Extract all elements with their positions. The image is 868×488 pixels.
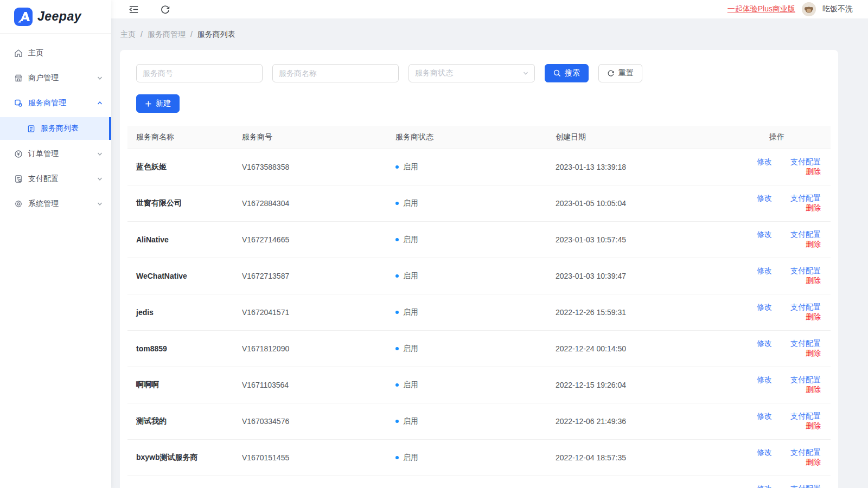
status-label: 启用 [403,162,418,171]
pay-config-link[interactable]: 支付配置 [790,448,821,457]
sidebar-item-label: 服务商管理 [28,98,66,108]
menu-fold-icon[interactable] [124,0,143,18]
created-date-cell: 2022-12-03 20:48:16 [547,476,723,488]
search-icon [553,69,561,77]
plus-version-link[interactable]: 一起体验Plus商业版 [727,4,795,14]
isv-no-input[interactable] [136,64,263,82]
actions-cell: 修改 支付配置 删除 [723,185,831,222]
home-icon [14,49,23,57]
main-area: 一起体验Plus商业版 吃饭不洗 主页 / 服务商管理 / 服务商列表 [111,0,868,488]
table-row: 世窗有限公司 V1672884304 启用 2023-01-05 10:05:0… [127,185,831,222]
isv-no-cell: V1672713587 [233,258,387,294]
sidebar-item-label: 支付配置 [28,174,59,184]
isv-name-cell: AliNative [127,222,233,258]
avatar[interactable] [802,2,816,16]
table-row: 蓝色妖姬 V1673588358 启用 2023-01-13 13:39:18 … [127,149,831,185]
pay-config-link[interactable]: 支付配置 [790,157,821,166]
sidebar-item-home[interactable]: 主页 [0,42,111,64]
delete-link[interactable]: 删除 [806,421,821,430]
reset-button[interactable]: 重置 [598,64,642,82]
delete-link[interactable]: 删除 [806,240,821,248]
edit-link[interactable]: 修改 [757,412,772,420]
pay-config-link[interactable]: 支付配置 [790,484,821,488]
logo: Jeepay [0,0,111,34]
status-label: 启用 [403,235,418,243]
sidebar-item-merchant-mgmt[interactable]: 商户管理 [0,67,111,89]
isv-name-cell: 蓝色妖姬 [127,149,233,185]
table-row: WeChatNative V1672713587 启用 2023-01-03 1… [127,258,831,294]
edit-link[interactable]: 修改 [757,303,772,311]
edit-link[interactable]: 修改 [757,230,772,239]
edit-link[interactable]: 修改 [757,339,772,348]
sidebar-item-order-mgmt[interactable]: 订单管理 [0,143,111,165]
delete-link[interactable]: 删除 [806,312,821,321]
select-placeholder: 服务商状态 [415,68,453,78]
chevron-down-icon [97,201,103,207]
actions-cell: 修改 支付配置 删除 [723,476,831,488]
chevron-down-icon [97,151,103,157]
sidebar-item-label: 系统管理 [28,199,59,209]
breadcrumb-home[interactable]: 主页 [120,30,136,40]
table-body: 蓝色妖姬 V1673588358 启用 2023-01-13 13:39:18 … [127,149,831,488]
pay-config-link[interactable]: 支付配置 [790,339,821,348]
pay-config-link[interactable]: 支付配置 [790,303,821,311]
sidebar-item-isv-mgmt[interactable]: 服务商管理 [0,92,111,114]
isv-state-select[interactable]: 服务商状态 [409,64,535,82]
reload-icon[interactable] [156,0,174,18]
table-row: 啊啊啊 V1671103564 启用 2022-12-15 19:26:04 修… [127,367,831,403]
edit-link[interactable]: 修改 [757,194,772,202]
edit-link[interactable]: 修改 [757,157,772,166]
search-button[interactable]: 搜索 [545,64,589,82]
created-date-cell: 2023-01-03 10:57:45 [547,222,723,258]
actions-cell: 修改 支付配置 删除 [723,149,831,185]
isv-name-input[interactable] [272,64,399,82]
actions-cell: 修改 支付配置 删除 [723,222,831,258]
table-row: 测试我的 V1670334576 启用 2022-12-06 21:49:36 … [127,403,831,440]
created-date-cell: 2023-01-05 10:05:04 [547,185,723,222]
pay-config-link[interactable]: 支付配置 [790,194,821,202]
isv-no-cell: V1672714665 [233,222,387,258]
pay-config-link[interactable]: 支付配置 [790,375,821,384]
content-card: 服务商状态 搜索 重置 [120,50,838,488]
isv-name-cell: 啊啊啊 [127,367,233,403]
sidebar-item-isv-list[interactable]: 服务商列表 [0,117,111,140]
breadcrumb-isv-mgmt[interactable]: 服务商管理 [148,30,186,40]
edit-link[interactable]: 修改 [757,375,772,384]
sidebar-item-system-mgmt[interactable]: 系统管理 [0,193,111,215]
isv-name-cell: 测试我的 [127,403,233,440]
sidebar-item-label: 商户管理 [28,73,59,83]
col-isv-state: 服务商状态 [387,126,547,149]
status-label: 启用 [403,344,418,352]
isv-name-cell: xmzf [127,476,233,488]
new-button[interactable]: 新建 [136,94,180,113]
reset-button-label: 重置 [618,68,634,78]
status-dot-icon [395,165,399,169]
delete-link[interactable]: 删除 [806,385,821,394]
pay-config-link[interactable]: 支付配置 [790,266,821,275]
actions-cell: 修改 支付配置 删除 [723,440,831,476]
edit-link[interactable]: 修改 [757,484,772,488]
status-dot-icon [395,347,399,350]
table-header: 服务商名称 服务商号 服务商状态 创建日期 操作 [127,126,831,149]
actions-cell: 修改 支付配置 删除 [723,294,831,331]
edit-link[interactable]: 修改 [757,448,772,457]
delete-link[interactable]: 删除 [806,349,821,357]
sidebar-item-label: 服务商列表 [41,124,79,133]
breadcrumb-current: 服务商列表 [197,30,235,40]
isv-no-cell: V1670151455 [233,440,387,476]
pay-config-link[interactable]: 支付配置 [790,230,821,239]
delete-link[interactable]: 删除 [806,458,821,466]
delete-link[interactable]: 删除 [806,276,821,285]
sidebar-item-pay-config[interactable]: 支付配置 [0,168,111,190]
isv-state-cell: 启用 [387,222,547,258]
search-button-label: 搜索 [565,68,580,78]
delete-link[interactable]: 删除 [806,167,821,176]
gear-icon [14,200,23,208]
reset-icon [607,69,615,77]
edit-link[interactable]: 修改 [757,266,772,275]
isv-state-cell: 启用 [387,258,547,294]
status-dot-icon [395,311,399,314]
pay-config-link[interactable]: 支付配置 [790,412,821,420]
list-icon [27,125,35,133]
delete-link[interactable]: 删除 [806,203,821,212]
